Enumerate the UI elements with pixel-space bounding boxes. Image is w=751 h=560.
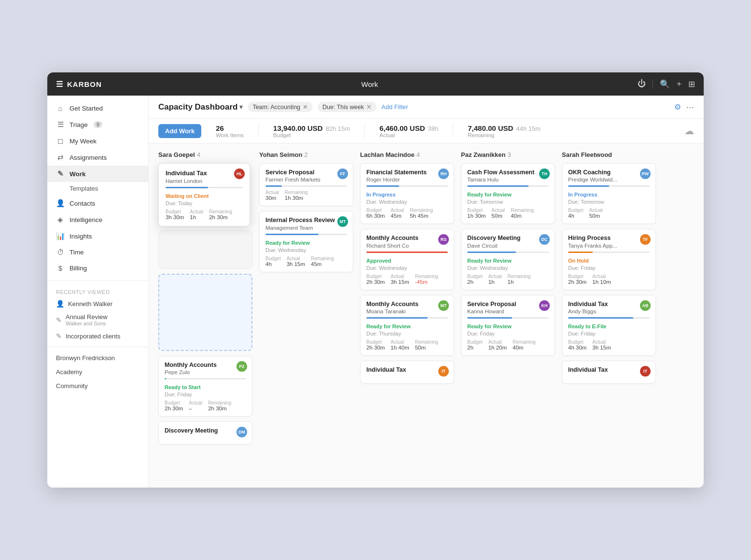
status-ready-review-karina: Ready for Review <box>467 323 512 330</box>
card-title-cash-flow: Cash Flow Assessment <box>467 168 549 176</box>
cloud-icon[interactable]: ☁ <box>684 125 694 137</box>
card-okr-coaching[interactable]: PW OKR Coaching Prestige Worldwid... In … <box>562 163 656 224</box>
card-progress-andy <box>568 317 650 319</box>
sidebar-item-time[interactable]: ⏱ Time <box>47 244 148 260</box>
card-individual-tax-andy[interactable]: AB Individual Tax Andy Biggs Ready to E-… <box>562 295 656 356</box>
card-stats-mgmt: Budget 4h Actual 3h 15m Remaining 45m <box>265 256 347 267</box>
time-icon: ⏱ <box>56 248 65 256</box>
card-individual-tax-lachlan[interactable]: IT Individual Tax <box>360 361 454 384</box>
budget-time: 82h 15m <box>326 125 350 132</box>
status-ready-start-pepe: Ready to Start <box>165 384 201 391</box>
status-ready-review-tamara: Ready for Review <box>467 191 512 198</box>
sidebar-label-billing: Billing <box>70 265 87 272</box>
hamburger-icon[interactable]: ☰ <box>56 80 63 89</box>
app-window: ☰ KARBON Work ⏻ 🔍 + ⊞ ⌂ Get Started ☰ Tr… <box>47 72 704 488</box>
sidebar-item-contacts[interactable]: 👤 Contacts <box>47 195 148 211</box>
tooltip-due: Due: Today <box>166 200 243 206</box>
recent-label-annual-review: Annual Review Walker and Sons <box>66 313 108 326</box>
add-work-button[interactable]: Add Work <box>158 124 201 138</box>
page-title[interactable]: Capacity Dashboard ▾ <box>158 102 243 112</box>
card-monthly-accounts-richard[interactable]: RS Monthly Accounts Richard Short Co App… <box>360 229 454 290</box>
sidebar-item-my-week[interactable]: ◻ My Week <box>47 133 148 149</box>
status-ready-efile-andy: Ready to E-File <box>568 323 606 330</box>
sidebar-divider-2 <box>47 347 148 347</box>
stat-divider-3 <box>453 124 453 138</box>
more-options-icon[interactable]: ··· <box>686 101 694 112</box>
card-cash-flow[interactable]: TH Cash Flow Assessment Tamara Hulu Read… <box>461 163 555 224</box>
sidebar-item-work[interactable]: ✎ Work <box>47 166 148 182</box>
card-subtitle-roger: Roger Horder <box>366 177 448 182</box>
sidebar-item-triage[interactable]: ☰ Triage 9 <box>47 116 148 133</box>
card-service-proposal-farmer[interactable]: FF Service Proposal Farmer Fresh Markets… <box>259 163 353 206</box>
nav-center: Work <box>102 80 638 88</box>
main-layout: ⌂ Get Started ☰ Triage 9 ◻ My Week ⇄ Ass… <box>47 96 704 488</box>
bottom-label-academy: Academy <box>56 368 82 376</box>
assignments-icon: ⇄ <box>56 153 65 162</box>
app-logo[interactable]: ☰ KARBON <box>56 80 102 89</box>
search-icon[interactable]: 🔍 <box>660 79 670 89</box>
sidebar-bottom-community[interactable]: Community <box>47 379 148 393</box>
stat-budget: 13,940.00 USD 82h 15m Budget <box>273 124 350 138</box>
card-progress-farmer <box>265 185 347 187</box>
filter-close-due[interactable]: ✕ <box>366 103 372 111</box>
due-pepe: Due: Friday <box>165 392 246 397</box>
timer-icon[interactable]: ⏻ <box>638 79 646 89</box>
grid-icon[interactable]: ⊞ <box>688 79 695 89</box>
sidebar-item-intelligence[interactable]: ◈ Intelligence <box>47 211 148 228</box>
due-dave: Due: Wednesday <box>467 265 549 271</box>
card-progress-richard <box>366 252 448 253</box>
card-title-discovery-dave: Discovery Meeting <box>467 234 549 242</box>
card-discovery-dave[interactable]: DC Discovery Meeting Dave Circuit Ready … <box>461 229 555 290</box>
work-icon: ✎ <box>56 169 65 178</box>
column-lachlan: Lachlan Macindoe 4 RH Financial Statemen… <box>360 151 454 449</box>
person-count-lachlan: 4 <box>417 151 420 158</box>
card-discovery-sara[interactable]: DM Discovery Meeting <box>158 421 252 445</box>
sidebar-label-my-week: My Week <box>70 138 97 145</box>
filter-settings-icon[interactable]: ⚙ <box>674 102 681 112</box>
card-individual-tax-sarah-f[interactable]: IT Individual Tax <box>562 361 656 384</box>
add-filter-button[interactable]: Add Filter <box>381 103 408 111</box>
due-mgmt: Due: Wednesday <box>265 247 347 253</box>
sidebar-bottom-academy[interactable]: Academy <box>47 365 148 379</box>
person-header-paz: Paz Zwanikken 3 <box>461 151 555 158</box>
sidebar-item-get-started[interactable]: ⌂ Get Started <box>47 100 148 116</box>
sidebar-item-insights[interactable]: 📊 Insights <box>47 228 148 244</box>
sidebar-sub-item-templates[interactable]: Templates <box>47 182 148 195</box>
sidebar-item-billing[interactable]: $ Billing <box>47 260 148 276</box>
person-count-yohan: 2 <box>304 151 307 158</box>
recent-item-annual-review[interactable]: ✎ Annual Review Walker and Sons <box>47 310 148 329</box>
card-service-proposal-karina[interactable]: KH Service Proposal Karina Howard Ready … <box>461 295 555 356</box>
bottom-label-bronwyn: Bronwyn Fredrickson <box>56 354 115 362</box>
card-title-internal-process: Internal Process Review <box>265 216 347 224</box>
card-title-monthly-moana: Monthly Accounts <box>366 300 448 308</box>
progress-fill-farmer <box>265 185 282 187</box>
avatar-moana: MT <box>438 300 449 311</box>
remaining-time: 44h 15m <box>516 125 541 132</box>
avatar-roger: RH <box>438 168 449 179</box>
card-stats-farmer: Actual 30m Remaining 1h 30m <box>265 190 347 201</box>
card-progress-hiring <box>568 252 650 253</box>
card-internal-process[interactable]: MT Internal Process Review Management Te… <box>259 211 353 272</box>
sidebar-bottom-bronwyn[interactable]: Bronwyn Fredrickson <box>47 351 148 365</box>
add-icon[interactable]: + <box>677 79 681 89</box>
sidebar-item-assignments[interactable]: ⇄ Assignments <box>47 149 148 166</box>
column-sara: Sara Goepel 4 Individual Tax Harriet Lon… <box>158 151 252 449</box>
card-subtitle-mgmt: Management Team <box>265 225 347 231</box>
billing-icon: $ <box>56 264 65 272</box>
status-on-hold-hiring: On Hold <box>568 257 589 264</box>
avatar-it-lachlan: IT <box>438 366 449 377</box>
card-monthly-accounts-pepe[interactable]: PZ Monthly Accounts Pepe Zulo Ready to S… <box>158 356 252 417</box>
card-financial-statements[interactable]: RH Financial Statements Roger Horder In … <box>360 163 454 224</box>
tooltip-card-individual-tax[interactable]: Individual Tax Harriet London Waiting on… <box>158 163 250 226</box>
filter-close-team[interactable]: ✕ <box>303 103 308 111</box>
status-ready-review-moana: Ready for Review <box>366 323 411 330</box>
person-header-sarah-f: Sarah Fleetwood <box>562 151 656 158</box>
card-monthly-accounts-moana[interactable]: MT Monthly Accounts Moana Taranaki Ready… <box>360 295 454 356</box>
due-karina: Due: Friday <box>467 331 549 336</box>
nav-divider <box>653 79 653 89</box>
recent-item-incorporated[interactable]: ✎ Incorporated clients <box>47 329 148 343</box>
card-hiring-process[interactable]: TF Hiring Process Tanya Franks App... On… <box>562 229 656 290</box>
card-title-monthly-pepe: Monthly Accounts <box>165 361 246 369</box>
recent-label-incorporated: Incorporated clients <box>66 333 120 340</box>
recent-item-kenneth[interactable]: 👤 Kenneth Walker <box>47 297 148 310</box>
